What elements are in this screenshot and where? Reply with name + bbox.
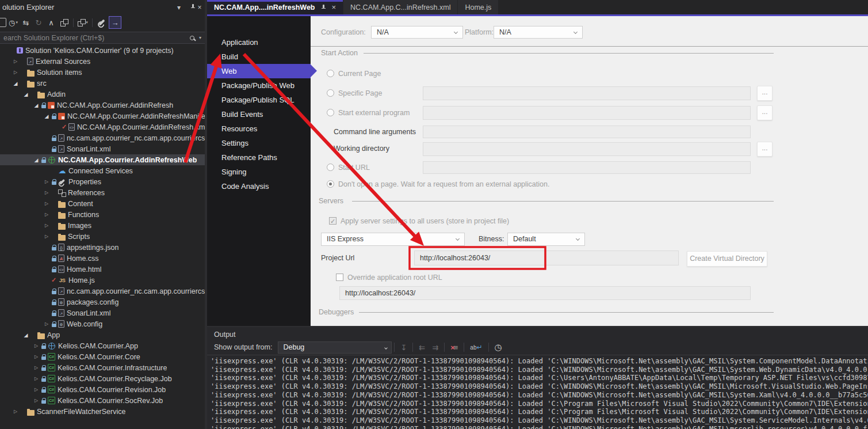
tree-item-packages-config[interactable]: ⚙packages.config — [0, 297, 205, 307]
properties-nav-application[interactable]: Application — [207, 35, 311, 50]
specific-page-radio[interactable] — [327, 89, 334, 97]
tree-item-src[interactable]: ◢src — [0, 78, 205, 89]
search-caret-icon[interactable]: ▾ — [199, 35, 201, 40]
override-root-url-checkbox[interactable] — [336, 274, 343, 281]
project-url-input[interactable]: http://localhost:26043/ — [414, 250, 679, 265]
expander-icon[interactable]: ▷ — [12, 59, 19, 64]
expander-icon[interactable]: ▷ — [12, 409, 19, 414]
tree-item-kelios-cam-courrier-infrastructure[interactable]: ▷C#Kelios.CAM.Courrier.Infrastructure — [0, 362, 205, 373]
expander-icon[interactable]: ◢ — [12, 81, 19, 86]
tree-item-nc-cam-app-courrier-addinrefresh[interactable]: ◢NC.CAM.App.Courrier.AddinRefresh — [0, 100, 205, 111]
collapse-all-icon[interactable]: ∧ — [45, 17, 57, 28]
next-message-icon[interactable]: ⇉ — [432, 343, 438, 352]
tree-item-content[interactable]: ▷Content — [0, 198, 205, 209]
solution-explorer-search[interactable]: earch Solution Explorer (Ctrl+$) ▾ — [0, 32, 205, 44]
tree-item-web-config[interactable]: ▷⚙Web.config — [0, 318, 205, 329]
tree-item-nc-cam-app-courrier-addinrefreshweb[interactable]: ◢NC.CAM.App.Courrier.AddinRefreshWeb — [0, 154, 205, 165]
expander-icon[interactable]: ▷ — [43, 201, 50, 206]
class-view-icon[interactable]: ▾ — [77, 17, 89, 28]
close-icon[interactable]: × — [331, 3, 336, 12]
tree-item-nc-cam-app-courrier-nc-cam-app-courrierc[interactable]: ↗nc.cam.app.courrier_nc.cam.app.courrier… — [0, 132, 205, 143]
output-source-select[interactable]: Debug — [278, 341, 392, 354]
tree-item-images[interactable]: ▷Images — [0, 220, 205, 231]
specific-page-input[interactable] — [423, 86, 751, 100]
bitness-select[interactable]: Default — [507, 233, 585, 246]
tree-item-kelios-cam-courrier-core[interactable]: ▷C#Kelios.CAM.Courrier.Core — [0, 351, 205, 362]
properties-nav-code-analysis[interactable]: Code Analysis — [207, 179, 311, 193]
expander-icon[interactable]: ◢ — [33, 157, 40, 163]
previous-message-icon[interactable]: ⇇ — [419, 343, 425, 352]
properties-nav-web[interactable]: Web — [207, 64, 311, 78]
tree-item-kelios-cam-courrier-app[interactable]: ▷Kelios.CAM.Courrier.App — [0, 340, 205, 351]
create-virtual-directory-button[interactable]: Create Virtual Directory — [687, 251, 767, 267]
close-icon[interactable]: × — [194, 3, 205, 12]
pin-icon[interactable] — [321, 5, 326, 10]
window-position-menu-icon[interactable]: ▾ — [174, 3, 184, 12]
expander-icon[interactable]: ▷ — [43, 212, 50, 217]
expander-icon[interactable]: ▷ — [33, 398, 40, 403]
properties-nav-settings[interactable]: Settings — [207, 136, 311, 150]
tree-item-kelios-cam-courrier-revision-job[interactable]: ▷C#Kelios.CAM.Courrier.Revision.Job — [0, 384, 205, 395]
tree-item-properties[interactable]: ▷Properties — [0, 176, 205, 187]
working-directory-browse-button[interactable]: ... — [757, 142, 773, 157]
tree-item-kelios-cam-courrier-socrev-job[interactable]: ▷C#Kelios.CAM.Courrier.SocRev.Job — [0, 395, 205, 406]
expander-icon[interactable]: ▷ — [43, 234, 50, 239]
tree-item-solution-items[interactable]: ▷Solution items — [0, 67, 205, 78]
current-page-radio[interactable] — [327, 70, 334, 77]
preview-selected-items-icon[interactable]: → — [109, 16, 121, 29]
tree-item-sonarlint-xml[interactable]: ↗SonarLint.xml — [0, 143, 205, 154]
override-url-input[interactable]: http://localhost:26043/ — [339, 286, 751, 300]
server-select[interactable]: IIS Express — [321, 233, 465, 246]
expander-icon[interactable]: ▷ — [12, 70, 19, 75]
properties-wrench-icon[interactable] — [96, 17, 108, 28]
tree-item-references[interactable]: ▷References — [0, 187, 205, 198]
expander-icon[interactable]: ▷ — [43, 223, 50, 228]
expander-icon[interactable]: ▷ — [33, 365, 40, 370]
configuration-select[interactable]: N/A — [371, 26, 463, 39]
tree-item-nc-cam-app-courrier-addinrefreshmanifest[interactable]: ◢NC.CAM.App.Courrier.AddinRefreshManifes… — [0, 111, 205, 122]
tree-item-solution-kelios-cam-courrier-9-of-9-proj[interactable]: Solution 'Kelios.CAM.Courrier' (9 of 9 p… — [0, 45, 205, 56]
expander-icon[interactable]: ◢ — [43, 113, 50, 119]
pending-changes-filter-icon[interactable]: ◷▾ — [7, 17, 19, 28]
start-url-radio[interactable] — [327, 164, 334, 171]
expander-icon[interactable]: ◢ — [33, 102, 40, 108]
tree-item-sonarlint-xml[interactable]: ↗SonarLint.xml — [0, 307, 205, 318]
tree-item-home-css[interactable]: AHome.css — [0, 253, 205, 264]
expander-icon[interactable]: ▷ — [33, 354, 40, 359]
expander-icon[interactable]: ▷ — [33, 376, 40, 381]
switch-views-icon[interactable]: ⇆ — [20, 17, 32, 28]
properties-nav-reference-paths[interactable]: Reference Paths — [207, 150, 311, 165]
tree-item-nc-cam-app-courrier-nc-cam-app-courrierc[interactable]: ↗nc.cam.app.courrier_nc.cam.app.courrier… — [0, 286, 205, 297]
start-external-program-input[interactable] — [423, 106, 751, 120]
start-external-program-radio[interactable] — [327, 109, 334, 116]
expander-icon[interactable]: ▷ — [43, 190, 50, 195]
tree-item-home-html[interactable]: <>Home.html — [0, 264, 205, 275]
output-console[interactable]: 'iisexpress.exe' (CLR v4.0.30319: /LM/W3… — [207, 355, 868, 429]
tree-item-connected-services[interactable]: ☁Connected Services — [0, 165, 205, 176]
expander-icon[interactable]: ◢ — [22, 332, 29, 338]
command-line-arguments-input[interactable] — [423, 126, 751, 138]
working-directory-input[interactable] — [423, 142, 751, 156]
start-url-input[interactable] — [423, 161, 751, 174]
tree-item-addin[interactable]: ◢Addin — [0, 89, 205, 100]
pin-icon[interactable] — [184, 3, 194, 12]
dont-open-page-radio[interactable] — [327, 180, 334, 188]
timestamp-clock-icon[interactable]: ◷ — [495, 342, 502, 352]
document-outline-icon[interactable] — [0, 18, 6, 27]
tree-item-external-sources[interactable]: ▷↗External Sources — [0, 56, 205, 67]
word-wrap-icon[interactable]: ab↵ — [470, 343, 482, 351]
expander-icon[interactable]: ▷ — [33, 387, 40, 392]
start-external-program-browse-button[interactable]: ... — [757, 105, 773, 120]
properties-nav-resources[interactable]: Resources — [207, 122, 311, 136]
properties-nav-signing[interactable]: Signing — [207, 165, 311, 179]
expander-icon[interactable]: ▷ — [33, 343, 40, 348]
goto-message-icon[interactable]: ↧ — [400, 343, 407, 352]
tree-item-functions[interactable]: ▷Functions — [0, 209, 205, 220]
editor-tab-home-js[interactable]: Home.js — [458, 0, 498, 14]
tree-item-scripts[interactable]: ▷Scripts — [0, 231, 205, 242]
properties-nav-package-publish-web[interactable]: Package/Publish Web — [207, 78, 311, 93]
editor-tab-nc-cam-app-c-inrefresh-xml[interactable]: NC.CAM.App.C...inRefresh.xml — [343, 0, 457, 14]
specific-page-browse-button[interactable]: ... — [757, 86, 773, 101]
tree-item-appsettings-json[interactable]: {}appsettings.json — [0, 242, 205, 253]
tree-item-app[interactable]: ◢App — [0, 329, 205, 340]
